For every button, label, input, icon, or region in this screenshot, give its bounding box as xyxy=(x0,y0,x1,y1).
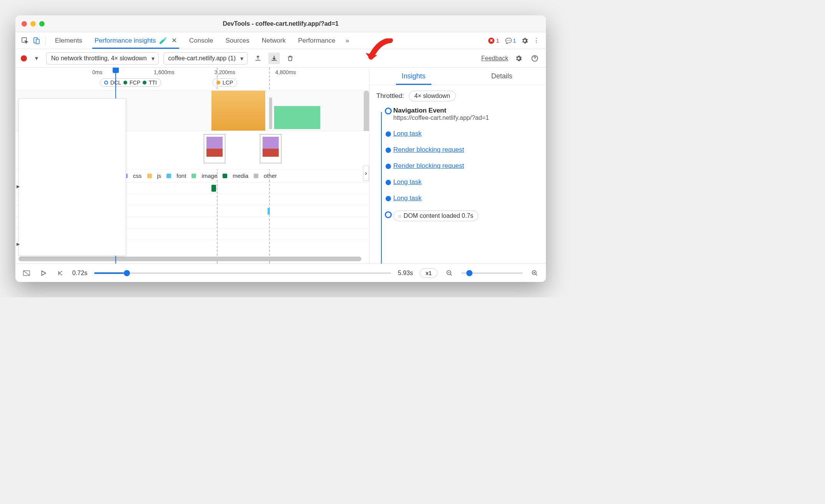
throttle-label: Throttled: xyxy=(376,92,404,100)
insights-tabs: Insights Details xyxy=(369,68,546,85)
tab-console[interactable]: Console xyxy=(184,33,218,48)
request-chip[interactable] xyxy=(268,208,270,215)
record-button[interactable] xyxy=(21,55,27,61)
window-maximize-button[interactable] xyxy=(39,21,45,27)
divider xyxy=(45,36,46,45)
record-dropdown-icon[interactable]: ▾ xyxy=(32,53,42,63)
screenshot-thumb[interactable] xyxy=(204,134,225,163)
event-dot-icon xyxy=(386,180,391,185)
task-block[interactable] xyxy=(211,91,265,131)
inspect-icon[interactable] xyxy=(20,36,30,46)
more-tabs-icon[interactable]: » xyxy=(342,36,352,46)
legend-swatch xyxy=(223,174,227,178)
window-close-button[interactable] xyxy=(22,21,27,27)
recording-select[interactable]: coffee-cart.netlify.app (1) xyxy=(163,52,248,65)
help-icon[interactable] xyxy=(529,53,541,64)
marker-dcl[interactable]: DCLFCPTTI xyxy=(100,78,161,87)
event-item[interactable]: Long task xyxy=(376,194,539,202)
devtools-window: DevTools - coffee-cart.netlify.app/?ad=1… xyxy=(15,15,546,282)
event-item[interactable]: Long task xyxy=(376,130,539,138)
event-dot-icon xyxy=(386,131,391,137)
settings-gear-icon[interactable] xyxy=(520,36,530,46)
feedback-link[interactable]: Feedback xyxy=(481,55,508,62)
scrollbar-vertical[interactable] xyxy=(364,91,369,137)
tab-elements[interactable]: Elements xyxy=(50,33,88,48)
insights-toolbar: ▾ No network throttling, 4× slowdown cof… xyxy=(15,49,546,68)
tab-details[interactable]: Details xyxy=(458,68,546,85)
zoom-in-icon[interactable] xyxy=(530,268,540,278)
event-navigation: Navigation Event https://coffee-cart.net… xyxy=(376,107,539,121)
event-link[interactable]: Long task xyxy=(393,130,422,137)
slider-thumb[interactable] xyxy=(124,270,130,276)
event-title: Navigation Event xyxy=(393,107,539,114)
legend-label: other xyxy=(264,172,277,179)
time-start-label: 0.72s xyxy=(72,270,87,277)
event-pill: DOM content loaded 0.7s xyxy=(393,211,478,221)
event-item[interactable]: Long task xyxy=(376,178,539,186)
tab-close-icon[interactable]: ✕ xyxy=(171,37,177,44)
playback-slider[interactable] xyxy=(94,272,391,274)
playback-footer: 0.72s 5.93s x1 xyxy=(15,264,546,282)
event-dom-loaded[interactable]: DOM content loaded 0.7s xyxy=(376,211,539,221)
rewind-icon[interactable] xyxy=(55,268,65,278)
tab-performance-insights[interactable]: Performance insights 🧪 ✕ xyxy=(89,33,182,48)
play-icon[interactable] xyxy=(38,268,48,278)
expand-track-icon[interactable]: ▶ xyxy=(15,184,21,189)
zoom-slider[interactable] xyxy=(461,272,523,274)
task-block[interactable] xyxy=(274,106,320,129)
throttling-select[interactable]: No network throttling, 4× slowdown xyxy=(46,52,159,65)
device-toggle-icon[interactable] xyxy=(32,36,42,46)
event-dot-icon xyxy=(385,108,392,114)
event-link[interactable]: Long task xyxy=(393,194,422,202)
dot-icon xyxy=(143,81,146,85)
error-badge[interactable]: 1 xyxy=(486,37,501,45)
event-item[interactable]: Render blocking request xyxy=(376,146,539,154)
event-dot-icon xyxy=(386,164,391,169)
legend-label: media xyxy=(233,172,248,179)
timeline-ruler[interactable]: 0ms 1,600ms 3,200ms 4,800ms DCLFCPTTI LC… xyxy=(15,68,369,91)
event-link[interactable]: Render blocking request xyxy=(393,162,464,169)
event-link[interactable]: Render blocking request xyxy=(393,146,464,153)
delete-icon[interactable] xyxy=(284,53,296,64)
tab-insights[interactable]: Insights xyxy=(369,68,458,85)
zoom-thumb[interactable] xyxy=(466,270,472,276)
request-chip[interactable] xyxy=(211,185,216,192)
zoom-out-icon[interactable] xyxy=(444,268,454,278)
marker-lcp[interactable]: LCP xyxy=(212,78,237,87)
export-icon[interactable] xyxy=(252,53,264,64)
time-end-label: 5.93s xyxy=(398,270,413,277)
event-url: https://coffee-cart.netlify.app/?ad=1 xyxy=(393,114,539,121)
legend-label: css xyxy=(133,172,142,179)
tab-sources[interactable]: Sources xyxy=(220,33,254,48)
window-title: DevTools - coffee-cart.netlify.app/?ad=1 xyxy=(15,20,546,27)
svg-rect-2 xyxy=(36,39,39,44)
settings-icon[interactable] xyxy=(513,53,524,64)
kebab-menu-icon[interactable]: ⋮ xyxy=(531,36,541,46)
expand-track-icon[interactable]: ▶ xyxy=(15,241,21,247)
tab-network[interactable]: Network xyxy=(256,33,291,48)
dot-icon xyxy=(123,81,127,85)
time-tick: 4,800ms xyxy=(275,69,296,75)
tab-performance[interactable]: Performance xyxy=(293,33,341,48)
task-block[interactable] xyxy=(269,98,272,129)
import-icon[interactable] xyxy=(268,53,280,64)
slider-fill xyxy=(94,272,124,274)
time-tick: 3,200ms xyxy=(215,69,235,75)
event-item[interactable]: Render blocking request xyxy=(376,162,539,170)
screenshot-thumb[interactable] xyxy=(260,134,281,163)
playback-speed[interactable]: x1 xyxy=(420,268,437,278)
traffic-lights xyxy=(22,21,45,27)
event-link[interactable]: Long task xyxy=(393,178,422,186)
message-badge[interactable]: 1 xyxy=(503,37,518,45)
insights-event-list: Navigation Event https://coffee-cart.net… xyxy=(369,107,546,264)
dot-icon xyxy=(104,81,108,85)
titlebar: DevTools - coffee-cart.netlify.app/?ad=1 xyxy=(15,15,546,32)
throttle-info: Throttled: 4× slowdown xyxy=(369,85,546,107)
panel-expand-handle[interactable]: › xyxy=(363,166,369,181)
replay-disabled-icon[interactable] xyxy=(22,268,32,278)
legend-label: font xyxy=(176,172,186,179)
scrollbar-horizontal[interactable] xyxy=(18,257,361,261)
event-dot-icon xyxy=(386,148,391,153)
time-tick: 0ms xyxy=(92,69,102,75)
window-minimize-button[interactable] xyxy=(30,21,36,27)
